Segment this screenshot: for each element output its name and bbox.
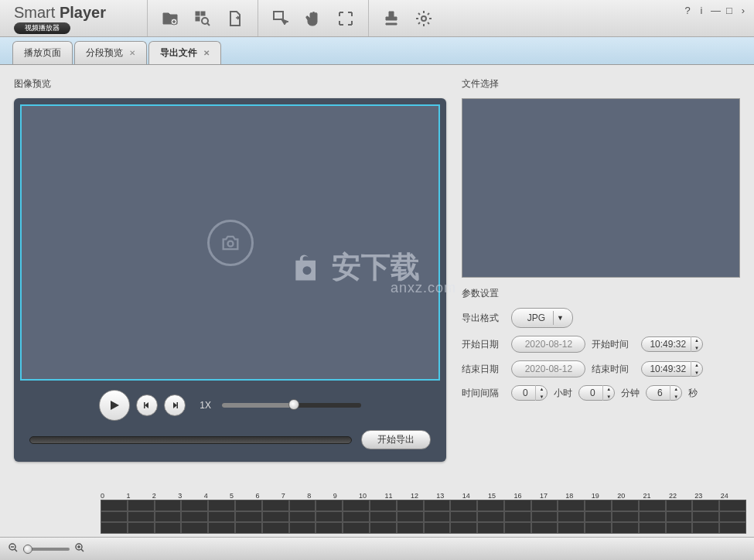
- spin-down-icon[interactable]: ▼: [536, 393, 547, 401]
- spin-down-icon[interactable]: ▼: [670, 393, 681, 401]
- tab-label: 分段预览: [86, 46, 123, 60]
- camera-icon: [207, 220, 254, 266]
- gear-icon[interactable]: [411, 5, 437, 32]
- play-button[interactable]: [99, 390, 130, 421]
- maximize-icon[interactable]: □: [725, 5, 734, 16]
- seconds-spinner[interactable]: 6 ▲▼: [646, 385, 682, 401]
- start-date-field[interactable]: 2020-08-12: [511, 336, 585, 353]
- tab-close-icon[interactable]: ✕: [129, 49, 135, 57]
- add-file-icon[interactable]: [157, 5, 183, 32]
- timeline-tick: 19: [592, 492, 617, 500]
- tab-playback[interactable]: 播放页面: [12, 41, 73, 64]
- search-icon[interactable]: [189, 5, 216, 32]
- start-date-value: 2020-08-12: [525, 339, 572, 350]
- progress-bar: [29, 436, 352, 444]
- seconds-unit: 秒: [688, 387, 698, 400]
- start-export-button[interactable]: 开始导出: [361, 430, 431, 449]
- minimize-icon[interactable]: —: [711, 5, 720, 16]
- spin-up-icon[interactable]: ▲: [536, 385, 547, 393]
- speed-label: 1X: [200, 400, 211, 411]
- playback-controls: 1X: [20, 381, 440, 427]
- timeline-tick: 20: [617, 492, 643, 500]
- tabs-row: 播放页面 分段预览 ✕ 导出文件 ✕: [0, 37, 754, 65]
- svg-rect-9: [177, 402, 179, 408]
- hours-spinner[interactable]: 0 ▲▼: [511, 385, 548, 401]
- zoom-out-icon[interactable]: [8, 542, 19, 555]
- timeline-tick: 17: [540, 492, 565, 500]
- spin-up-icon[interactable]: ▲: [603, 385, 614, 393]
- start-time-label: 开始时间: [592, 338, 635, 351]
- spin-up-icon[interactable]: ▲: [670, 385, 681, 393]
- step-forward-button[interactable]: [164, 394, 186, 416]
- chevron-down-icon: ▼: [553, 311, 567, 325]
- main-content: 图像预览 1X: [0, 65, 754, 483]
- svg-rect-8: [144, 402, 145, 408]
- zoom-in-icon[interactable]: [74, 542, 85, 555]
- timeline-tick: 15: [488, 492, 513, 500]
- minutes-spinner[interactable]: 0 ▲▼: [578, 385, 615, 401]
- window-controls: ? i — □ ›: [683, 5, 748, 16]
- timeline-tick: 18: [565, 492, 591, 500]
- interval-label: 时间间隔: [462, 387, 505, 400]
- end-time-spinner[interactable]: 10:49:32 ▲▼: [641, 361, 703, 377]
- export-progress-row: 开始导出: [20, 427, 440, 456]
- start-time-value: 10:49:32: [650, 339, 686, 350]
- format-dropdown[interactable]: JPG ▼: [511, 308, 573, 328]
- timeline-tick: 8: [307, 492, 333, 500]
- svg-point-7: [227, 241, 233, 246]
- tab-close-icon[interactable]: ✕: [203, 49, 210, 57]
- info-icon[interactable]: i: [697, 5, 706, 16]
- tab-export-file[interactable]: 导出文件 ✕: [148, 41, 221, 64]
- spin-down-icon[interactable]: ▼: [691, 344, 702, 352]
- spin-down-icon[interactable]: ▼: [691, 369, 702, 377]
- spin-up-icon[interactable]: ▲: [691, 336, 702, 344]
- timeline-tick: 12: [411, 492, 436, 500]
- timeline-tick: 1: [126, 492, 152, 500]
- spin-up-icon[interactable]: ▲: [691, 361, 702, 369]
- select-icon[interactable]: [268, 5, 294, 32]
- hours-value: 0: [520, 388, 531, 398]
- slider-thumb[interactable]: [288, 399, 299, 410]
- svg-point-4: [202, 18, 208, 24]
- export-icon[interactable]: [222, 5, 248, 32]
- svg-point-6: [421, 16, 426, 21]
- help-icon[interactable]: ?: [683, 5, 692, 16]
- timeline-tick: 7: [281, 492, 307, 500]
- start-time-spinner[interactable]: 10:49:32 ▲▼: [641, 336, 703, 352]
- timeline: 0123456789101112131415161718192021222324: [101, 492, 746, 534]
- zoom-slider[interactable]: [23, 548, 70, 551]
- tab-label: 播放页面: [24, 46, 61, 60]
- close-icon[interactable]: ›: [739, 5, 748, 16]
- svg-rect-5: [274, 12, 283, 19]
- stamp-icon[interactable]: [378, 5, 404, 32]
- hand-icon[interactable]: [300, 5, 326, 32]
- end-time-label: 结束时间: [592, 363, 635, 376]
- timeline-tick: 11: [384, 492, 410, 500]
- preview-container: 1X 开始导出: [14, 98, 446, 462]
- end-date-label: 结束日期: [462, 363, 505, 376]
- end-date-field[interactable]: 2020-08-12: [511, 360, 585, 377]
- step-back-button[interactable]: [136, 394, 158, 416]
- svg-rect-1: [196, 12, 200, 15]
- file-select-label: 文件选择: [462, 77, 740, 90]
- speed-slider[interactable]: [222, 403, 361, 408]
- left-panel: 图像预览 1X: [14, 77, 446, 475]
- spin-down-icon[interactable]: ▼: [603, 393, 614, 401]
- toolbar: [147, 0, 446, 36]
- timeline-tick: 6: [255, 492, 281, 500]
- tab-segment-preview[interactable]: 分段预览 ✕: [74, 41, 147, 64]
- logo: Smart Player 视频播放器: [0, 2, 147, 34]
- params-section: 参数设置 导出格式 JPG ▼ 开始日期 2020-08-12 开始时间 10:…: [462, 287, 740, 401]
- timeline-tick: 22: [669, 492, 694, 500]
- params-label: 参数设置: [462, 287, 740, 300]
- preview-screen[interactable]: [20, 104, 440, 381]
- file-select-box[interactable]: [462, 98, 740, 278]
- zoom-slider-thumb[interactable]: [23, 545, 32, 554]
- timeline-grid[interactable]: [101, 500, 746, 534]
- timeline-tick: 24: [721, 492, 746, 500]
- tab-label: 导出文件: [160, 46, 197, 60]
- fullscreen-icon[interactable]: [333, 5, 359, 32]
- app-title: Smart Player: [14, 4, 106, 22]
- timeline-tick: 3: [178, 492, 203, 500]
- minutes-unit: 分钟: [621, 387, 640, 400]
